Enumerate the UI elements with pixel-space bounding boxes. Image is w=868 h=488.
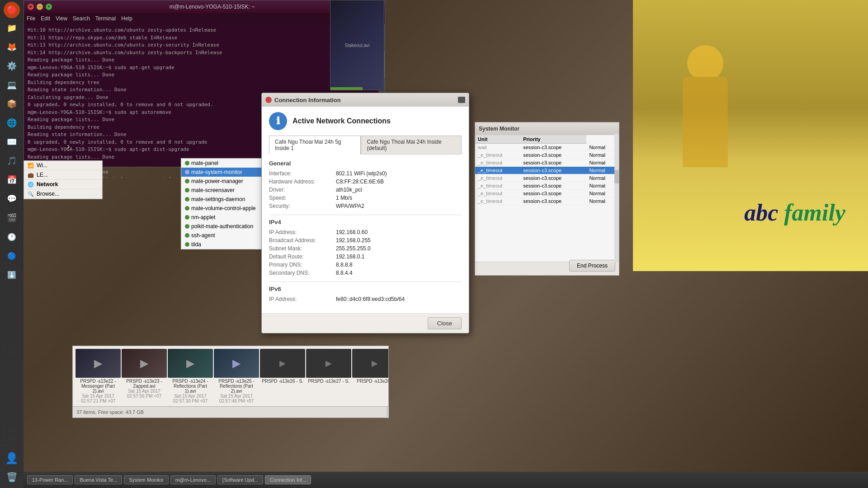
process-row-6[interactable]: _e_timeout session-c3.scope Normal bbox=[475, 182, 619, 190]
col-unit[interactable]: Unit bbox=[475, 135, 520, 144]
abc-text: abc bbox=[744, 200, 778, 225]
cell-unit-3: session-c3.scope bbox=[520, 159, 586, 167]
process-item-ssh-agent[interactable]: ssh-agent bbox=[181, 231, 271, 240]
tab-wifi-5g[interactable]: Cafe Ngu Thoai Mai 24h 5g Inside 1 bbox=[269, 136, 361, 155]
taskbar-item-buena-vista[interactable]: Buena Vista Te... bbox=[75, 475, 122, 484]
process-row-8[interactable]: _e_timeout session-c3.scope Normal bbox=[475, 197, 619, 205]
taskbar-icon-browser[interactable]: 🦊 bbox=[3, 38, 21, 56]
process-item-mate-panel[interactable]: mate-panel bbox=[181, 159, 271, 168]
taskbar-item-label-6: Connection Inf... bbox=[270, 477, 306, 483]
general-section-title: General bbox=[269, 160, 462, 167]
process-row-7[interactable]: _e_timeout session-c3.scope Normal bbox=[475, 190, 619, 197]
vid-thumb-2[interactable]: ▶ PRSPD -s13e23 - Zapped.avi Sat 15 Apr … bbox=[122, 349, 167, 404]
terminal-line-8: Building dependency tree bbox=[28, 79, 381, 87]
taskbar-icon-video[interactable]: 🎬 bbox=[3, 209, 21, 227]
process-bullet-5 bbox=[185, 197, 189, 202]
process-scrollbar-thumb[interactable] bbox=[614, 170, 619, 183]
taskbar-icon-trash[interactable]: 🗑️ bbox=[3, 468, 21, 486]
terminal-close-btn[interactable]: ✕ bbox=[28, 4, 34, 10]
col-priority[interactable]: Priority bbox=[520, 135, 586, 144]
vid-thumb-6[interactable]: ▶ PRSPD -s13e27 - S. bbox=[306, 349, 351, 404]
dialog-title: Connection Information bbox=[274, 97, 455, 103]
taskbar-icon-settings[interactable]: ⚙️ bbox=[3, 57, 21, 75]
process-item-mate-screensaver[interactable]: mate-screensaver bbox=[181, 186, 271, 195]
taskbar-icon-media[interactable]: 🎵 bbox=[3, 152, 21, 170]
terminal-menu-view[interactable]: View bbox=[56, 15, 67, 22]
tab-wifi-default[interactable]: Cafe Ngu Thoai Mai 24h Inside (default) bbox=[361, 136, 462, 154]
left-panel-network[interactable]: 🌐 Network bbox=[24, 180, 102, 189]
hardware-value: C8:FF:28:CE:6E:6B bbox=[336, 178, 462, 185]
process-item-mate-power[interactable]: mate-power-manager bbox=[181, 177, 271, 186]
taskbar-icon-terminal[interactable]: 💻 bbox=[3, 76, 21, 94]
cell-unit-7: session-c3.scope bbox=[520, 190, 586, 197]
terminal-menu-file[interactable]: File bbox=[27, 15, 35, 22]
taskbar-icon-mail[interactable]: ✉️ bbox=[3, 133, 21, 151]
process-row-5[interactable]: _e_timeout session-c3.scope Normal bbox=[475, 174, 619, 182]
taskbar-icon-chat[interactable]: 💬 bbox=[3, 190, 21, 208]
taskbar-icon-clock[interactable]: 🕐 bbox=[3, 228, 21, 246]
process-row-3[interactable]: _e_timeout session-c3.scope Normal bbox=[475, 159, 619, 167]
process-item-nm-applet[interactable]: nm-applet bbox=[181, 213, 271, 222]
process-row-4-selected[interactable]: _e_timeout session-c3.scope Normal bbox=[475, 167, 619, 174]
process-item-tilda[interactable]: tilda bbox=[181, 240, 271, 249]
process-item-polkit[interactable]: polkit-mate-authentication bbox=[181, 222, 271, 231]
taskbar-item-system-monitor[interactable]: System Monitor bbox=[124, 475, 168, 484]
process-bullet-9 bbox=[185, 233, 189, 238]
terminal-menu-edit[interactable]: Edit bbox=[41, 15, 50, 22]
vid-thumb-7[interactable]: ▶ PRSPD -s13e28 - bbox=[352, 349, 389, 404]
vid-thumb-img-1: ▶ bbox=[75, 349, 121, 378]
taskbar-icon-user[interactable]: 👤 bbox=[3, 449, 21, 467]
taskbar-icon-calendar[interactable]: 📅 bbox=[3, 171, 21, 189]
taskbar-item-terminal[interactable]: m@m-Lenovo... bbox=[170, 475, 216, 484]
taskbar-item-label-1: 13-Power Ran... bbox=[32, 477, 68, 483]
fm-status-text: 37 items, Free space: 43.7 GB bbox=[76, 409, 144, 415]
vid-thumb-3[interactable]: ▶ PRSPD -s13e24 - Reflections (Part 1).a… bbox=[168, 349, 213, 404]
taskbar-icon-menu[interactable]: 🔴 bbox=[4, 2, 20, 18]
taskbar-icon-software[interactable]: 📦 bbox=[3, 95, 21, 113]
wi-label: Wi... bbox=[37, 162, 47, 169]
vid-thumb-img-5: ▶ bbox=[260, 349, 305, 378]
speed-value: 1 Mb/s bbox=[336, 195, 462, 201]
taskbar-icon-network[interactable]: 🌐 bbox=[3, 114, 21, 132]
left-panel-wi[interactable]: 📶 Wi... bbox=[24, 161, 102, 170]
dns1-value: 8.8.8.8 bbox=[336, 262, 462, 268]
dialog-close-x-btn[interactable] bbox=[265, 97, 272, 103]
process-label-mate-power: mate-power-manager bbox=[191, 178, 243, 184]
taskbar-icon-bluetooth[interactable]: 🔵 bbox=[3, 247, 21, 265]
process-item-mate-volume[interactable]: mate-volume-control-apple bbox=[181, 204, 271, 213]
terminal-maximize-btn[interactable]: + bbox=[46, 4, 52, 10]
process-scrollbar[interactable] bbox=[614, 134, 619, 262]
left-panel-le[interactable]: 💼 LE... bbox=[24, 170, 102, 180]
dialog-pin-btn[interactable] bbox=[458, 97, 465, 103]
nav-arrow[interactable]: › bbox=[67, 141, 70, 151]
wi-icon: 📶 bbox=[28, 163, 34, 169]
process-row-1[interactable]: wait session-c3.scope Normal bbox=[475, 144, 619, 151]
route-value: 192.168.0.1 bbox=[336, 253, 462, 260]
end-process-button[interactable]: End Process bbox=[569, 260, 615, 272]
left-panel-browse[interactable]: 🔍 Browse... bbox=[24, 189, 102, 199]
driver-label: Driver: bbox=[269, 187, 332, 193]
driver-value: ath10k_pci bbox=[336, 187, 462, 193]
taskbar-icon-download[interactable]: ⬇️ bbox=[3, 266, 21, 284]
taskbar-item-power-ran[interactable]: 13-Power Ran... bbox=[27, 475, 73, 484]
taskbar-icon-files[interactable]: 📁 bbox=[3, 19, 21, 37]
vid-thumb-5[interactable]: ▶ PRSPD -s13e26 - S. bbox=[260, 349, 305, 404]
vid-name-2: PRSPD -s13e23 - Zapped.avi bbox=[122, 379, 167, 389]
terminal-menu-terminal[interactable]: Terminal bbox=[95, 15, 116, 22]
process-item-mate-system-monitor[interactable]: mate-system-monitor bbox=[181, 168, 271, 177]
ipv6-ip-value: fe80::d4c0:6f8:eed3:cd5b/64 bbox=[336, 296, 462, 302]
fm-horizontal-scroll[interactable] bbox=[387, 407, 389, 418]
vid-thumb-1[interactable]: ▶ PRSPD -s13e22 - Messenger (Part 2).avi… bbox=[75, 349, 121, 404]
cell-wait-5: _e_timeout bbox=[475, 174, 520, 182]
terminal-menu-search[interactable]: Search bbox=[73, 15, 90, 22]
terminal-menu-help[interactable]: Help bbox=[121, 15, 132, 22]
terminal-minimize-btn[interactable]: − bbox=[37, 4, 43, 10]
process-row-2[interactable]: _e_timeout session-c3.scope Normal bbox=[475, 151, 619, 159]
taskbar-item-connection-inf[interactable]: Connection Inf... bbox=[265, 475, 311, 484]
vid-thumb-4[interactable]: ▶ PRSPD -s13e25 - Reflections (Part 2).a… bbox=[214, 349, 259, 404]
process-item-mate-settings[interactable]: mate-settings-daemon bbox=[181, 195, 271, 204]
process-label-polkit: polkit-mate-authentication bbox=[191, 223, 253, 230]
taskbar-item-software-upd[interactable]: [Software Upd... bbox=[217, 475, 263, 484]
ipv4-section-title: IPv4 bbox=[269, 219, 462, 225]
close-button[interactable]: Close bbox=[428, 317, 462, 329]
